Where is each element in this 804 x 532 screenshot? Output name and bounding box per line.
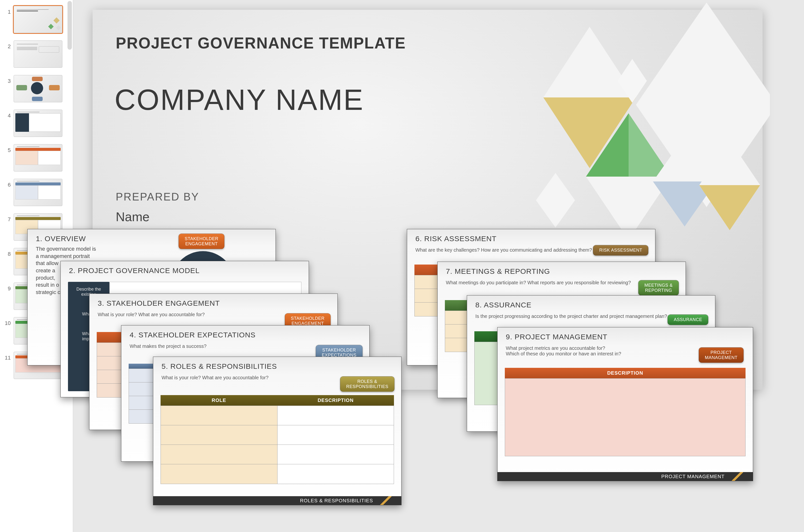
card-pm[interactable]: 9. PROJECT MANAGEMENT What project metri… — [497, 327, 753, 481]
template-title: PROJECT GOVERNANCE TEMPLATE — [116, 34, 406, 52]
card-title: 3. STAKEHOLDER ENGAGEMENT — [89, 294, 337, 310]
card-title: 2. PROJECT GOVERNANCE MODEL — [61, 261, 309, 277]
table-col-header: DESCRIPTION — [277, 395, 394, 405]
table-col-header: DESCRIPTION — [505, 368, 746, 378]
slide-thumbnail-1[interactable]: 1 — [0, 0, 73, 35]
slide-thumbnail-2[interactable]: 2 — [0, 35, 73, 69]
prepared-by-label: PREPARED BY — [116, 191, 199, 203]
svg-marker-10 — [699, 185, 760, 230]
chip-risk: RISK ASSESSMENT — [593, 245, 648, 255]
table-col-header: ROLE — [161, 395, 277, 405]
chip-assurance: ASSURANCE — [668, 315, 708, 325]
slide-thumbnail-6[interactable]: 6 — [0, 173, 73, 208]
slide-thumbnail-5[interactable]: 5 — [0, 138, 73, 173]
slide-thumbnail-4[interactable]: 4 — [0, 104, 73, 138]
chip-pm: PROJECT MANAGEMENT — [699, 347, 744, 363]
table-body — [505, 378, 746, 456]
card-title: 5. ROLES & RESPONSIBILITIES — [153, 357, 401, 373]
card-title: 7. MEETINGS & REPORTING — [437, 262, 686, 278]
prepared-by-name: Name — [116, 209, 150, 224]
card-title: 9. PROJECT MANAGEMENT — [498, 327, 753, 343]
card-footer: PROJECT MANAGEMENT — [498, 472, 753, 481]
svg-marker-11 — [536, 173, 575, 228]
card-roles[interactable]: 5. ROLES & RESPONSIBILITIES What is your… — [153, 357, 401, 505]
card-title: 8. ASSURANCE — [467, 296, 715, 311]
card-title: 4. STAKEHOLDER EXPECTATIONS — [121, 325, 369, 342]
card-footer: ROLES & RESPONSIBILITIES — [153, 496, 401, 505]
chip-meetings: MEETINGS & REPORTING — [638, 280, 679, 296]
sidebar-scrollbar[interactable] — [68, 1, 72, 50]
company-name: COMPANY NAME — [114, 83, 364, 116]
chip-roles: ROLES & RESPONSIBILITIES — [340, 376, 394, 392]
chip-stakeholder-engagement: STAKEHOLDER ENGAGEMENT — [179, 234, 224, 249]
card-title: 1. OVERVIEW — [27, 229, 276, 245]
diamond-decor — [502, 0, 770, 266]
slide-thumbnail-3[interactable]: 3 — [0, 69, 73, 104]
card-title: 6. RISK ASSESSMENT — [407, 229, 655, 245]
table-body — [161, 405, 394, 484]
